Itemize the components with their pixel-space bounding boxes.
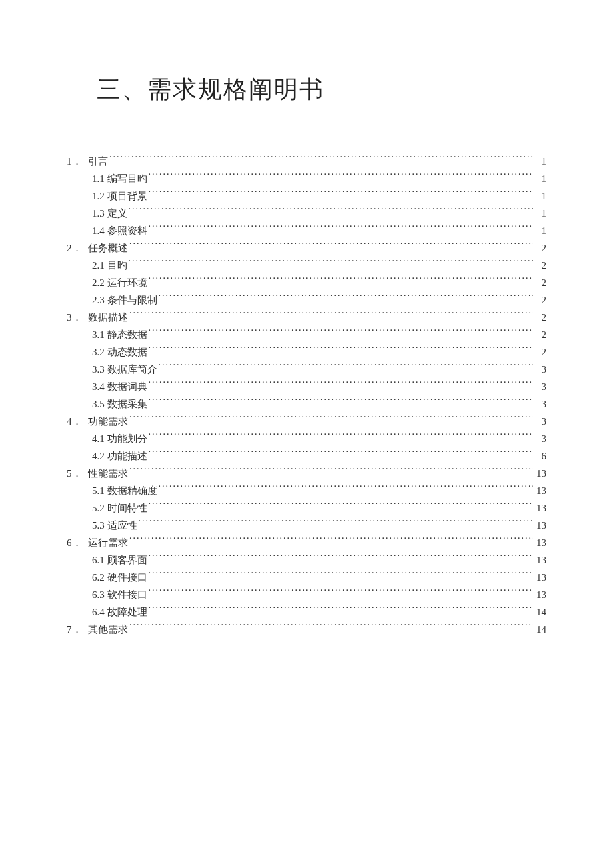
toc-entry-page: 13 [534,569,546,586]
toc-entry[interactable]: 3.4 数据词典3 [67,378,546,395]
toc-entry[interactable]: 2.2 运行环境2 [67,274,546,291]
toc-entry-page: 3 [534,430,546,447]
toc-entry[interactable]: 4.1 功能划分3 [67,430,546,447]
toc-entry-label: 6.3 软件接口 [92,586,147,603]
toc-leader-dots [129,311,533,321]
toc-entry[interactable]: 6.1 顾客界面13 [67,551,546,569]
toc-entry-label: 6.1 顾客界面 [92,551,147,569]
toc-entry-page: 14 [534,621,546,638]
toc-entry-number: 4． [67,413,88,430]
toc-leader-dots [149,553,534,563]
toc-entry[interactable]: 1．引言1 [67,153,546,170]
toc-entry-page: 3 [534,395,546,413]
toc-entry[interactable]: 5.1 数据精确度13 [67,482,546,499]
toc-entry-label: 3.1 静态数据 [92,326,147,343]
toc-leader-dots [159,363,534,373]
toc-leader-dots [149,449,534,459]
toc-entry[interactable]: 6.3 软件接口13 [67,586,546,603]
toc-entry-label: 4.2 功能描述 [92,447,147,465]
toc-entry-page: 2 [534,257,546,274]
toc-entry-number: 3． [67,309,88,326]
toc-entry-page: 1 [534,153,546,170]
toc-entry-page: 1 [534,222,546,239]
toc-entry[interactable]: 3.1 静态数据2 [67,326,546,343]
toc-entry-page: 2 [534,343,546,361]
toc-entry-label: 1.3 定义 [92,205,127,222]
toc-entry-label: 3.4 数据词典 [92,378,147,395]
toc-entry-page: 13 [534,465,546,482]
toc-entry-label: 5.2 时间特性 [92,499,147,517]
toc-leader-dots [149,397,534,407]
toc-leader-dots [129,415,533,425]
toc-entry-page: 2 [534,274,546,291]
toc-entry-label: 5.1 数据精确度 [92,482,157,499]
toc-entry[interactable]: 5.2 时间特性13 [67,499,546,517]
toc-entry-label: 1.4 参照资料 [92,222,147,239]
toc-entry-page: 1 [534,170,546,187]
toc-entry[interactable]: 6.4 故障处理14 [67,603,546,621]
toc-entry-label: 4.1 功能划分 [92,430,147,447]
toc-entry-label: 运行需求 [88,534,128,551]
toc-leader-dots [129,241,533,251]
toc-entry[interactable]: 2.3 条件与限制2 [67,291,546,309]
toc-leader-dots [159,293,534,303]
toc-entry-label: 3.2 动态数据 [92,343,147,361]
toc-entry[interactable]: 3.5 数据采集3 [67,395,546,413]
toc-entry[interactable]: 7．其他需求14 [67,621,546,638]
toc-leader-dots [139,519,534,529]
toc-entry[interactable]: 1.1 编写目旳1 [67,170,546,187]
toc-entry[interactable]: 6．运行需求13 [67,534,546,551]
toc-entry-page: 6 [534,447,546,465]
toc-entry-page: 13 [534,482,546,499]
toc-entry[interactable]: 5.3 适应性13 [67,517,546,534]
toc-entry[interactable]: 4．功能需求3 [67,413,546,430]
toc-leader-dots [149,276,534,286]
toc-leader-dots [149,345,534,355]
toc-entry-page: 3 [534,361,546,378]
toc-leader-dots [129,536,533,546]
toc-entry[interactable]: 3.2 动态数据2 [67,343,546,361]
toc-entry-number: 5． [67,465,88,482]
toc-entry-page: 2 [534,309,546,326]
toc-entry-page: 2 [534,239,546,257]
toc-entry-label: 1.2 项目背景 [92,187,147,205]
toc-entry-label: 其他需求 [88,621,128,638]
toc-leader-dots [149,588,534,598]
toc-entry[interactable]: 3．数据描述2 [67,309,546,326]
toc-entry-label: 2.2 运行环境 [92,274,147,291]
toc-entry[interactable]: 1.3 定义1 [67,205,546,222]
toc-entry-number: 6． [67,534,88,551]
toc-entry-page: 2 [534,326,546,343]
toc-entry-label: 引言 [88,153,108,170]
toc-entry-page: 13 [534,517,546,534]
toc-entry-label: 3.5 数据采集 [92,395,147,413]
toc-entry-page: 13 [534,551,546,569]
toc-entry[interactable]: 1.4 参照资料1 [67,222,546,239]
toc-entry-number: 7． [67,621,88,638]
toc-leader-dots [149,189,534,199]
toc-entry-label: 3.3 数据库简介 [92,361,157,378]
toc-entry[interactable]: 3.3 数据库简介3 [67,361,546,378]
toc-leader-dots [129,467,533,477]
toc-entry[interactable]: 2．任务概述2 [67,239,546,257]
toc-entry[interactable]: 6.2 硬件接口13 [67,569,546,586]
toc-entry[interactable]: 1.2 项目背景1 [67,187,546,205]
toc-entry-page: 13 [534,586,546,603]
toc-entry[interactable]: 4.2 功能描述6 [67,447,546,465]
toc-leader-dots [149,224,534,234]
toc-entry-label: 数据描述 [88,309,128,326]
toc-entry[interactable]: 5．性能需求13 [67,465,546,482]
toc-entry-label: 1.1 编写目旳 [92,170,147,187]
toc-entry[interactable]: 2.1 目旳2 [67,257,546,274]
toc-entry-page: 13 [534,534,546,551]
toc-leader-dots [149,380,534,390]
document-title: 三、需求规格阐明书 [97,73,546,106]
toc-entry-label: 功能需求 [88,413,128,430]
toc-leader-dots [149,432,534,442]
toc-entry-page: 3 [534,378,546,395]
toc-entry-number: 1． [67,153,88,170]
toc-leader-dots [129,207,534,217]
toc-entry-page: 1 [534,187,546,205]
toc-leader-dots [129,623,533,633]
toc-leader-dots [149,571,534,581]
